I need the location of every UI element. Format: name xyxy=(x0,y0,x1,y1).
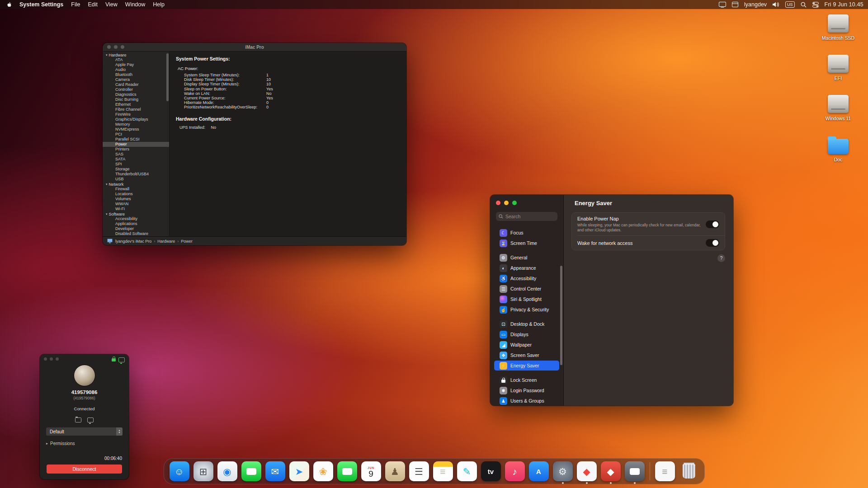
tree-item-controller[interactable]: Controller xyxy=(103,87,169,92)
tree-item-pci[interactable]: PCI xyxy=(103,132,169,137)
spotlight-search-icon[interactable] xyxy=(801,2,807,8)
tree-item-parallel-scsi[interactable]: Parallel SCSI xyxy=(103,137,169,142)
control-center-icon[interactable] xyxy=(812,2,819,8)
menu-help[interactable]: Help xyxy=(153,1,165,8)
tree-item-firewall[interactable]: Firewall xyxy=(103,187,169,192)
tree-section-network[interactable]: ▾Network xyxy=(103,182,169,187)
dock-item-anydesk[interactable]: ◆ xyxy=(577,461,597,481)
close-button[interactable] xyxy=(496,201,500,205)
file-manager-icon[interactable] xyxy=(75,418,81,422)
dock-item-finder[interactable]: ☺ xyxy=(170,461,189,481)
screen-mirroring-icon[interactable] xyxy=(719,2,726,8)
tree-item-memory[interactable]: Memory xyxy=(103,122,169,127)
menu-bar-username[interactable]: lyangdev xyxy=(744,1,767,8)
tree-item-diagnostics[interactable]: Diagnostics xyxy=(103,92,169,97)
tree-item-applications[interactable]: Applications xyxy=(103,221,169,226)
tree-item-firewire[interactable]: FireWire xyxy=(103,112,169,117)
tree-item-spi[interactable]: SPI xyxy=(103,162,169,167)
tree-item-usb[interactable]: USB xyxy=(103,177,169,182)
desktop-icon-windows-11[interactable]: Windows 11 xyxy=(815,95,862,121)
zoom-button[interactable] xyxy=(121,45,124,49)
sidebar-item-screen-saver[interactable]: ❖Screen Saver xyxy=(494,350,559,360)
apple-menu-icon[interactable] xyxy=(6,1,12,8)
tree-item-card-reader[interactable]: Card Reader xyxy=(103,82,169,87)
profile-dropdown[interactable]: Default ▴▾ xyxy=(46,427,123,436)
active-app-name[interactable]: System Settings xyxy=(19,1,63,8)
tree-item-wi-fi[interactable]: Wi-Fi xyxy=(103,206,169,211)
sidebar-item-general[interactable]: ⚙General xyxy=(494,253,559,263)
dock-item-messages[interactable] xyxy=(241,461,261,481)
zoom-button[interactable] xyxy=(512,201,517,205)
sidebar-item-appearance[interactable]: ◐Appearance xyxy=(494,263,559,273)
tree-item-bluetooth[interactable]: Bluetooth xyxy=(103,72,169,77)
tree-item-accessibility[interactable]: Accessibility xyxy=(103,216,169,221)
tree-item-apple-pay[interactable]: Apple Pay xyxy=(103,62,169,67)
sidebar-item-users-groups[interactable]: ♟Users & Groups xyxy=(494,396,559,406)
screenshot-icon[interactable] xyxy=(87,418,94,422)
sidebar-item-siri-spotlight[interactable]: Siri & Spotlight xyxy=(494,294,559,304)
tree-item-nvmexpress[interactable]: NVMExpress xyxy=(103,127,169,132)
sidebar-item-accessibility[interactable]: ♿Accessibility xyxy=(494,273,559,283)
sidebar-item-screen-time[interactable]: ⌛Screen Time xyxy=(494,238,559,248)
dock-item-anydesk-session[interactable]: ◆ xyxy=(601,461,621,481)
sidebar-item-displays[interactable]: ▭Displays xyxy=(494,329,559,339)
dock-item-calendar[interactable]: JUN9 xyxy=(361,461,381,481)
tree-item-printers[interactable]: Printers xyxy=(103,147,169,152)
tree-item-ata[interactable]: ATA xyxy=(103,57,169,62)
minimize-button[interactable] xyxy=(50,357,53,361)
volume-icon[interactable] xyxy=(773,2,779,7)
tree-item-camera[interactable]: Camera xyxy=(103,77,169,82)
sidebar-scrollbar[interactable] xyxy=(166,53,169,101)
tree-item-storage[interactable]: Storage xyxy=(103,167,169,172)
tree-item-audio[interactable]: Audio xyxy=(103,67,169,72)
tree-item-sata[interactable]: SATA xyxy=(103,157,169,162)
sidebar-item-desktop-dock[interactable]: ⊡Desktop & Dock xyxy=(494,319,559,329)
sidebar-item-focus[interactable]: ☾Focus xyxy=(494,228,559,238)
sidebar-item-privacy-security[interactable]: ☝Privacy & Security xyxy=(494,305,559,314)
dock-item-trash[interactable] xyxy=(679,461,699,481)
tree-item-fibre-channel[interactable]: Fibre Channel xyxy=(103,107,169,112)
dock-item-screen-sharing[interactable] xyxy=(625,461,645,481)
stage-manager-icon[interactable] xyxy=(732,2,738,7)
anydesk-titlebar[interactable] xyxy=(40,354,129,363)
menu-bar-clock[interactable]: Fri 9 Jun 10.45 xyxy=(825,1,863,8)
sidebar-item-wallpaper[interactable]: ◢Wallpaper xyxy=(494,340,559,350)
sidebar-item-lock-screen[interactable]: Lock Screen xyxy=(494,375,559,385)
keyboard-input-badge[interactable]: US xyxy=(785,1,795,8)
dock-item-textedit[interactable]: ≡ xyxy=(655,461,675,481)
dock-item-reminders[interactable]: ☰ xyxy=(409,461,429,481)
zoom-button[interactable] xyxy=(56,357,59,361)
menu-window[interactable]: Window xyxy=(125,1,145,8)
close-button[interactable] xyxy=(107,45,111,49)
dock-item-tv[interactable]: tv xyxy=(481,461,501,481)
desktop-icon-macintosh-ssd[interactable]: Macintosh SSD xyxy=(815,14,862,41)
sidebar-item-control-center[interactable]: ☰Control Center xyxy=(494,284,559,294)
tree-section-hardware[interactable]: ▾Hardware xyxy=(103,52,169,57)
tree-item-disabled-software[interactable]: Disabled Software xyxy=(103,231,169,236)
dock-item-contacts[interactable]: ♟ xyxy=(385,461,405,481)
dock-item-system-settings[interactable]: ⚙ xyxy=(553,461,573,481)
tree-item-sas[interactable]: SAS xyxy=(103,152,169,157)
minimize-button[interactable] xyxy=(114,45,118,49)
tree-item-power[interactable]: Power xyxy=(103,142,169,147)
dock-item-mail[interactable]: ✉ xyxy=(265,461,285,481)
system-info-titlebar[interactable]: iMac Pro xyxy=(103,43,406,52)
minimize-button[interactable] xyxy=(504,201,509,205)
dock-item-music[interactable]: ♪ xyxy=(505,461,525,481)
menu-edit[interactable]: Edit xyxy=(88,1,98,8)
dock-item-maps[interactable]: ➤ xyxy=(289,461,309,481)
settings-scrollbar[interactable] xyxy=(560,266,562,365)
tree-item-graphics-displays[interactable]: Graphics/Displays xyxy=(103,117,169,122)
tree-section-software[interactable]: ▾Software xyxy=(103,211,169,216)
menu-file[interactable]: File xyxy=(71,1,80,8)
dock-item-safari[interactable]: ◉ xyxy=(217,461,237,481)
dock-item-app-store[interactable]: A xyxy=(529,461,549,481)
tree-item-disc-burning[interactable]: Disc Burning xyxy=(103,97,169,102)
tree-item-developer[interactable]: Developer xyxy=(103,226,169,231)
permissions-disclosure[interactable]: ▸ Permissions xyxy=(46,441,123,446)
tree-item-volumes[interactable]: Volumes xyxy=(103,197,169,202)
tree-item-ethernet[interactable]: Ethernet xyxy=(103,102,169,107)
desktop-icon-doc[interactable]: Doc xyxy=(815,135,862,162)
desktop-icon-efi[interactable]: EFI xyxy=(815,55,862,81)
menu-view[interactable]: View xyxy=(105,1,118,8)
